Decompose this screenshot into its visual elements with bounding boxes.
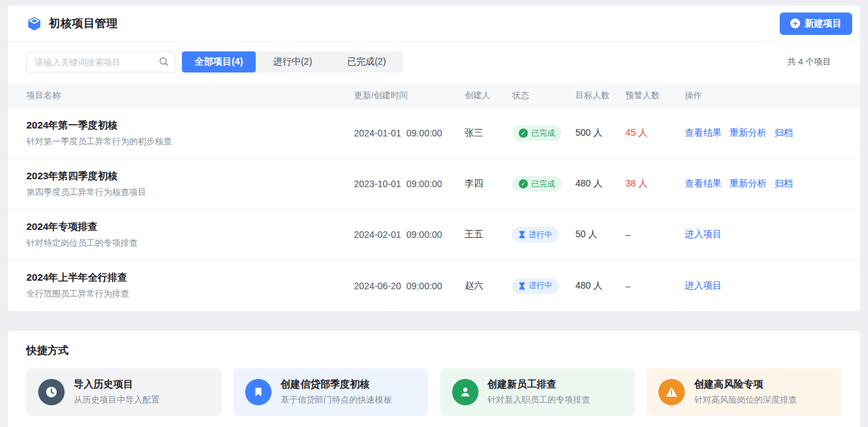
- status-badge: ✓ 进行中: [512, 227, 559, 242]
- table-row: 2024年第一季度初核 针对第一季度员工异常行为的初步核查 2024-01-01…: [8, 108, 860, 159]
- tab-group: 全部项目(4)进行中(2)已完成(2): [182, 51, 403, 72]
- row-actions: 查看结果重新分析归档: [685, 178, 842, 190]
- shortcut-card[interactable]: 创建新员工排查 针对新入职员工的专项排查: [440, 368, 635, 416]
- plus-circle-icon: +: [790, 18, 800, 28]
- shortcut-card[interactable]: 导入历史项目 从历史项目中导入配置: [26, 368, 221, 416]
- status-badge: ✓ 进行中: [512, 278, 559, 294]
- row-actions: 查看结果重新分析归档: [685, 127, 842, 139]
- action-link[interactable]: 进入项目: [685, 229, 722, 241]
- update-time-cell: 2024-01-01 09:00:00: [354, 128, 465, 138]
- tab-1[interactable]: 进行中(2): [256, 51, 330, 72]
- search-icon[interactable]: [159, 57, 169, 67]
- warning-count: 38 人: [625, 178, 685, 190]
- shortcut-card[interactable]: 创建信贷部季度初核 基于信贷部门特点的快速模板: [233, 368, 428, 416]
- column-header: 操作: [685, 90, 842, 101]
- shortcut-icon-circle: [658, 379, 685, 405]
- project-name-cell: 2023年第四季度初核 第四季度员工异常行为核查项目: [26, 170, 354, 198]
- warning-count: 45 人: [625, 127, 685, 139]
- action-link[interactable]: 归档: [774, 127, 793, 139]
- table-body: 2024年第一季度初核 针对第一季度员工异常行为的初步核查 2024-01-01…: [8, 108, 860, 311]
- shortcut-texts: 创建高风险专项 针对高风险岗位的深度排查: [694, 378, 797, 406]
- status-cell: ✓ 进行中: [512, 278, 575, 294]
- status-badge: ✓ 已完成: [512, 125, 562, 141]
- user-icon: [459, 385, 472, 399]
- project-name-cell: 2024年专项排查 针对特定岗位员工的专项排查: [26, 221, 354, 249]
- search-input[interactable]: [26, 51, 175, 72]
- shortcuts-title: 快捷方式: [26, 344, 842, 358]
- shortcut-description: 从历史项目中导入配置: [74, 394, 159, 406]
- table-row: 2023年第四季度初核 第四季度员工异常行为核查项目 2023-10-01 09…: [8, 159, 860, 210]
- status-cell: ✓ 已完成: [512, 125, 575, 141]
- project-description: 第四季度员工异常行为核查项目: [26, 186, 354, 198]
- shortcut-description: 基于信贷部门特点的快速模板: [281, 394, 392, 406]
- action-link[interactable]: 进入项目: [685, 280, 722, 292]
- shortcut-description: 针对高风险岗位的深度排查: [694, 394, 797, 406]
- status-label: 已完成: [531, 128, 555, 139]
- action-link[interactable]: 归档: [774, 178, 793, 190]
- action-link[interactable]: 查看结果: [685, 178, 722, 190]
- update-time-cell: 2023-10-01 09:00:00: [354, 179, 465, 189]
- warning-icon: [665, 385, 678, 399]
- new-project-button[interactable]: + 新建项目: [780, 13, 852, 35]
- action-link[interactable]: 重新分析: [730, 178, 767, 190]
- row-actions: 进入项目: [685, 280, 842, 292]
- check-circle-icon: ✓: [519, 128, 528, 138]
- target-count-cell: 480 人: [575, 280, 625, 292]
- status-cell: ✓ 已完成: [512, 176, 575, 192]
- target-count-cell: 500 人: [575, 127, 625, 139]
- check-circle-icon: ✓: [519, 179, 528, 188]
- hourglass-icon: [519, 282, 525, 290]
- search-box: [26, 51, 175, 72]
- project-name-cell: 2024年第一季度初核 针对第一季度员工异常行为的初步核查: [26, 119, 354, 148]
- total-count: 共 4 个项目: [788, 56, 842, 68]
- shortcut-card[interactable]: 创建高风险专项 针对高风险岗位的深度排查: [647, 368, 842, 416]
- main-panel: 初核项目管理 + 新建项目 全部项目(4)进行中(2)已完成(2) 共 4 个项…: [8, 5, 860, 311]
- column-header: 创建人: [465, 90, 512, 101]
- shortcut-title: 创建信贷部季度初核: [281, 378, 392, 391]
- project-name: 2024年专项排查: [26, 221, 354, 233]
- creator-cell: 赵六: [465, 280, 512, 292]
- shortcuts-panel: 快捷方式 导入历史项目 从历史项目中导入配置: [8, 331, 860, 427]
- shortcut-title: 创建新员工排查: [488, 378, 591, 391]
- shortcut-icon-circle: [452, 379, 478, 405]
- status-badge: ✓ 已完成: [512, 176, 562, 192]
- row-actions: 进入项目: [685, 229, 842, 241]
- column-header: 预警人数: [625, 90, 685, 101]
- creator-cell: 张三: [465, 127, 512, 139]
- warning-count: –: [625, 229, 685, 240]
- tab-2[interactable]: 已完成(2): [330, 51, 403, 72]
- warning-count: –: [625, 281, 685, 291]
- creator-cell: 李四: [465, 178, 512, 190]
- new-project-button-label: 新建项目: [805, 18, 842, 30]
- project-name: 2024年第一季度初核: [26, 119, 354, 132]
- column-header: 更新/创建时间: [354, 90, 465, 101]
- shortcut-texts: 导入历史项目 从历史项目中导入配置: [74, 378, 159, 406]
- shortcut-title: 创建高风险专项: [694, 378, 797, 391]
- status-cell: ✓ 进行中: [512, 227, 575, 242]
- page-title: 初核项目管理: [49, 16, 118, 31]
- project-description: 全行范围员工异常行为排查: [26, 288, 354, 300]
- page-header: 初核项目管理 + 新建项目: [8, 5, 860, 42]
- bookmark-icon: [252, 385, 265, 399]
- project-name: 2024年上半年全行排查: [26, 271, 354, 284]
- table-row: 2024年上半年全行排查 全行范围员工异常行为排查 2024-06-20 09:…: [8, 260, 860, 311]
- shortcut-title: 导入历史项目: [74, 378, 159, 391]
- action-link[interactable]: 查看结果: [685, 127, 722, 139]
- action-link[interactable]: 重新分析: [730, 127, 767, 139]
- project-description: 针对第一季度员工异常行为的初步核查: [26, 136, 354, 148]
- update-time-cell: 2024-06-20 09:00:00: [354, 281, 465, 291]
- project-name-cell: 2024年上半年全行排查 全行范围员工异常行为排查: [26, 271, 354, 300]
- hourglass-icon: [519, 231, 525, 239]
- column-header: 状态: [512, 90, 575, 101]
- status-label: 进行中: [529, 280, 552, 291]
- shortcut-description: 针对新入职员工的专项排查: [488, 394, 591, 406]
- tab-0[interactable]: 全部项目(4): [182, 51, 256, 72]
- toolbar: 全部项目(4)进行中(2)已完成(2) 共 4 个项目: [8, 42, 860, 80]
- project-description: 针对特定岗位员工的专项排查: [26, 237, 354, 249]
- status-label: 已完成: [531, 179, 555, 190]
- cube-logo-icon: [26, 16, 42, 32]
- project-name: 2023年第四季度初核: [26, 170, 354, 183]
- shortcut-icon-circle: [38, 379, 65, 405]
- shortcut-texts: 创建新员工排查 针对新入职员工的专项排查: [488, 378, 591, 406]
- table-row: 2024年专项排查 针对特定岗位员工的专项排查 2024-02-01 09:00…: [8, 210, 860, 260]
